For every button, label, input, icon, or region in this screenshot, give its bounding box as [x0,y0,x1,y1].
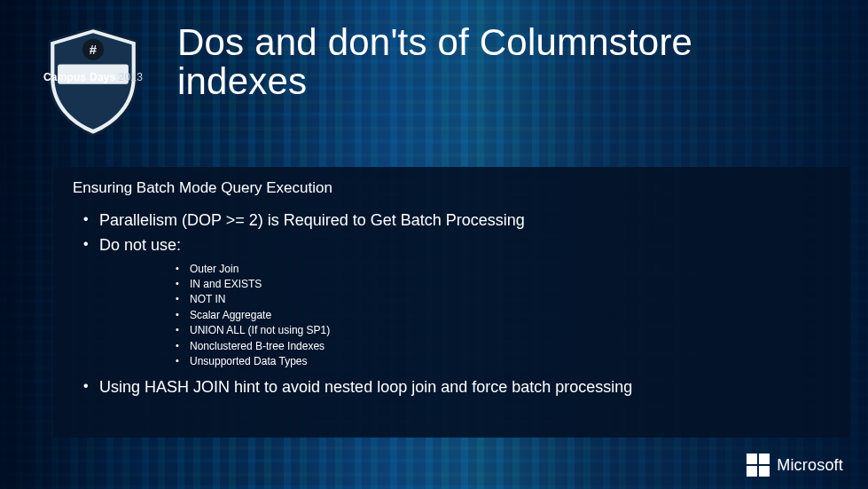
sub-item: UNION ALL (If not using SP1) [176,323,831,338]
content-panel: Ensuring Batch Mode Query Execution Para… [53,167,850,438]
microsoft-logo-icon [747,454,770,477]
badge-year: 2013 [119,71,144,83]
sub-item: NOT IN [176,292,831,307]
sub-item: Scalar Aggregate [176,308,831,323]
svg-text:#: # [90,43,98,57]
bullet-donot: Do not use: Outer Join IN and EXISTS NOT… [80,234,831,369]
bullet-donot-label: Do not use: [99,236,181,254]
bullet-hashjoin: Using HASH JOIN hint to avoid nested loo… [80,376,831,398]
sub-item: IN and EXISTS [176,277,831,292]
microsoft-logo: Microsoft [747,454,843,477]
sub-item: Outer Join [176,262,831,277]
top-bullet-list: Parallelism (DOP >= 2) is Required to Ge… [80,209,831,398]
badge-label: Campus Days2013 [35,71,151,83]
campus-days-badge: # Campus Days2013 [35,23,151,138]
bullet-parallelism: Parallelism (DOP >= 2) is Required to Ge… [80,209,831,231]
section-heading: Ensuring Batch Mode Query Execution [73,179,831,197]
sub-item: Unsupported Data Types [176,354,831,369]
donot-sublist: Outer Join IN and EXISTS NOT IN Scalar A… [176,262,831,370]
slide-title: Dos and don'ts of Columnstore indexes [177,23,816,101]
microsoft-wordmark: Microsoft [777,456,843,475]
sub-item: Nonclustered B-tree Indexes [176,339,831,354]
badge-name: Campus Days [43,71,116,83]
slide-header: # Campus Days2013 Dos and don'ts of Colu… [35,23,833,138]
